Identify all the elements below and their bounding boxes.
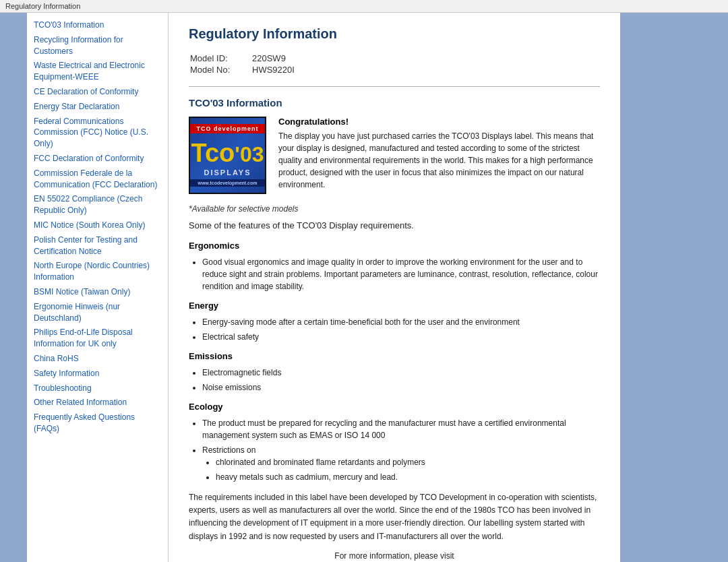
sub-bullet-list: chlorinated and brominated flame retarda… xyxy=(216,456,600,483)
bullet-list-energy: Energy-saving mode after a certain time-… xyxy=(202,316,600,343)
sidebar-link-fcc-notice[interactable]: Federal Communications Commission (FCC) … xyxy=(34,116,161,150)
sidebar-link-troubleshooting[interactable]: Troubleshooting xyxy=(34,383,161,394)
footer-note: For more information, please visit xyxy=(334,551,454,561)
bullet-item: Noise emissions xyxy=(202,381,600,394)
bullet-item: Good visual ergonomics and image quality… xyxy=(202,256,600,292)
section-title-energy: Energy xyxy=(189,301,600,311)
sections-container: ErgonomicsGood visual ergonomics and ima… xyxy=(189,241,600,483)
bullet-item: Electrical safety xyxy=(202,331,600,343)
sidebar-link-commission-federale[interactable]: Commission Federale de la Communication … xyxy=(34,168,161,191)
bullet-item: Electromagnetic fields xyxy=(202,367,600,379)
sidebar-link-mic-notice[interactable]: MIC Notice (South Korea Only) xyxy=(34,220,161,231)
divider xyxy=(189,86,600,87)
sidebar-link-faqs[interactable]: Frequently Asked Questions (FAQs) xyxy=(34,412,161,435)
sidebar-link-other-related[interactable]: Other Related Information xyxy=(34,397,161,408)
sidebar-link-bsmi-notice[interactable]: BSMI Notice (Taiwan Only) xyxy=(34,286,161,298)
bullet-item: Restrictions onchlorinated and brominate… xyxy=(202,444,600,483)
model-no-label: Model No: xyxy=(190,65,251,75)
features-intro: Some of the features of the TCO'03 Displ… xyxy=(189,220,600,230)
sidebar-link-recycling-info[interactable]: Recycling Information for Customers xyxy=(34,34,161,57)
sidebar-link-en55022[interactable]: EN 55022 Compliance (Czech Republic Only… xyxy=(34,193,161,216)
tco-logo-displays: DISPLAYS xyxy=(204,168,251,177)
bullet-list-ecology: The product must be prepared for recycli… xyxy=(202,417,600,483)
sidebar-link-china-rohs[interactable]: China RoHS xyxy=(34,353,161,365)
model-id-label: Model ID: xyxy=(190,53,251,63)
sidebar-link-philips-disposal[interactable]: Philips End-of-Life Disposal Information… xyxy=(34,327,161,350)
model-id-value: 220SW9 xyxy=(252,53,295,63)
congrats-title: Congratulations! xyxy=(278,117,600,127)
sidebar-link-polish-center[interactable]: Polish Center for Testing and Certificat… xyxy=(34,235,161,257)
tco-section-title: TCO'03 Information xyxy=(189,97,600,108)
sidebar-link-ce-declaration[interactable]: CE Declaration of Conformity xyxy=(34,86,161,98)
bullet-item: The product must be prepared for recycli… xyxy=(202,417,600,441)
sidebar-link-safety-info[interactable]: Safety Information xyxy=(34,368,161,379)
tco-logo-mid: Tco xyxy=(191,140,235,166)
tco-logo-top: TCO development xyxy=(190,124,265,133)
sub-bullet-item: heavy metals such as cadmium, mercury an… xyxy=(216,471,600,483)
tco-logo-num: '03 xyxy=(235,142,264,167)
sub-bullet-item: chlorinated and brominated flame retarda… xyxy=(216,456,600,468)
section-title-emissions: Emissions xyxy=(189,351,600,361)
main-content: Regulatory Information Model ID: 220SW9 … xyxy=(169,13,620,562)
footer-center: For more information, please visit www.t… xyxy=(189,551,600,562)
right-panel xyxy=(620,13,728,562)
sidebar-link-tco03-info[interactable]: TCO'03 Information xyxy=(34,20,161,31)
sidebar: TCO'03 InformationRecycling Information … xyxy=(27,13,169,562)
bullet-list-emissions: Electromagnetic fieldsNoise emissions xyxy=(202,367,600,394)
tco-logo: TCO development Tco '03 DISPLAYS www.tco… xyxy=(189,117,266,194)
sidebar-link-ergonomie-hinweis[interactable]: Ergonomie Hinweis (nur Deutschland) xyxy=(34,301,161,324)
title-bar: Regulatory Information xyxy=(0,0,728,13)
tco-text: Congratulations! The display you have ju… xyxy=(278,117,600,191)
bullet-item: Energy-saving mode after a certain time-… xyxy=(202,316,600,328)
tco-box: TCO development Tco '03 DISPLAYS www.tco… xyxy=(189,117,600,194)
section-title-ergonomics: Ergonomics xyxy=(189,241,600,251)
sidebar-link-fcc-declaration[interactable]: FCC Declaration of Conformity xyxy=(34,153,161,164)
title-bar-text: Regulatory Information xyxy=(5,2,80,10)
sidebar-link-north-europe[interactable]: North Europe (Nordic Countries) Informat… xyxy=(34,260,161,283)
model-table: Model ID: 220SW9 Model No: HWS9220I xyxy=(189,52,296,76)
footer-text: The requirements included in this label … xyxy=(189,491,600,543)
section-title-ecology: Ecology xyxy=(189,402,600,412)
congrats-text: The display you have just purchased carr… xyxy=(278,130,600,191)
model-no-value: HWS9220I xyxy=(252,65,295,75)
sidebar-link-energy-star[interactable]: Energy Star Declaration xyxy=(34,101,161,113)
tco-logo-url: www.tcodevelopment.com xyxy=(190,179,265,187)
sidebar-link-weee[interactable]: Waste Electrical and Electronic Equipmen… xyxy=(34,60,161,83)
italic-note: *Available for selective models xyxy=(189,204,600,214)
page-title: Regulatory Information xyxy=(189,26,600,42)
left-panel xyxy=(0,13,27,562)
bullet-list-ergonomics: Good visual ergonomics and image quality… xyxy=(202,256,600,292)
